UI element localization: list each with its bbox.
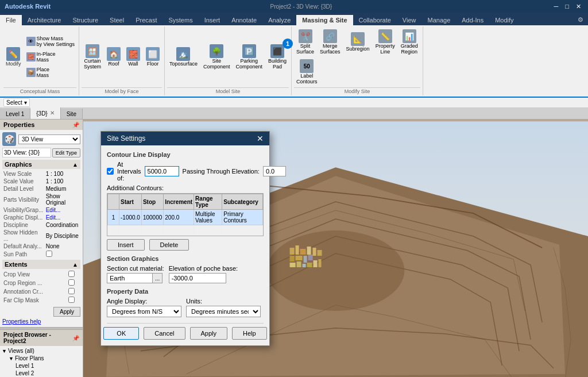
dialog-title-bar[interactable]: Site Settings ✕ [101,132,269,145]
btn-place-mass[interactable]: 📦 PlaceMass [25,65,76,80]
sun-path-checkbox[interactable] [46,251,52,257]
btn-parking-component[interactable]: 🅿️ ParkingComponent [233,43,265,71]
options-btn[interactable]: ⚙ [573,14,588,25]
tab-site[interactable]: Site [61,109,83,119]
svg-rect-11 [308,255,313,260]
delete-btn[interactable]: Delete [149,239,189,251]
properties-table: View Scale 1 : 100 Scale Value 1 : 100 D… [2,170,80,259]
contour-section-header: Contour Line Display [107,151,264,158]
annotation-cr-checkbox[interactable] [68,288,75,294]
btn-wall[interactable]: 🧱 Wall [124,45,142,68]
btn-toposurface[interactable]: 🏔️ Toposurface [167,45,200,68]
elevation-label: Elevation of poche base: [169,265,238,272]
group-label-conceptual-mass: Conceptual Mass [3,87,76,94]
property-data-section: Property Data Angle Display: Degrees fro… [107,288,264,317]
tab-systems[interactable]: Systems [163,15,198,25]
at-intervals-checkbox[interactable] [107,168,114,175]
ok-btn[interactable]: OK [103,327,139,340]
ribbon-content: ✏️ Modify 👁 Show Massby View Settings 🧱 … [0,25,588,98]
number-badge-1: 1 [283,39,293,49]
crop-region-checkbox[interactable] [68,279,75,286]
pb-floor-plan-level1[interactable]: Level 1 [15,362,82,370]
pb-views-all[interactable]: ▼ Views (all) ▼ Floor Plans Level 1 Leve… [1,347,82,377]
properties-pin[interactable]: 📌 [72,122,79,128]
tab-architecture[interactable]: Architecture [22,15,67,25]
edit-type-btn[interactable]: Edit Type [52,148,80,157]
at-intervals-label: At Intervals of: [117,161,141,182]
group-label-model-site: Model Site [167,87,289,94]
pb-pin[interactable]: 📌 [72,335,79,341]
elevation-input[interactable] [169,273,226,283]
tab-file[interactable]: File [0,15,22,25]
properties-help-link[interactable]: Properties help [2,318,41,325]
svg-rect-14 [290,263,296,267]
project-browser-header: Project Browser - Project2 📌 [0,330,83,346]
dialog-footer: OK Cancel Apply Help [107,323,264,340]
btn-show-mass[interactable]: 👁 Show Massby View Settings [25,34,76,49]
close-tab-3d[interactable]: ✕ [50,110,55,116]
insert-btn[interactable]: Insert [107,239,145,251]
pb-floor-plans[interactable]: ▼ Floor Plans Level 1 Level 2 Site [8,355,82,377]
far-clip-checkbox[interactable] [68,297,75,303]
at-intervals-input[interactable] [145,166,179,176]
viewport[interactable]: Site Settings ✕ Contour Line Display At … [83,120,588,377]
dialog-title: Site Settings [107,134,145,143]
btn-building-pad[interactable]: ⬛ BuildingPad 1 [266,43,289,71]
tab-precast[interactable]: Precast [130,15,163,25]
tab-annotate[interactable]: Annotate [226,15,262,25]
properties-panel: Properties 📌 🎲 3D View 3D View: {3D} Edi… [0,120,83,327]
btn-label-contours[interactable]: 50 LabelContours [294,57,320,86]
tab-steel[interactable]: Steel [104,15,130,25]
view-type-dropdown[interactable]: 3D View [18,134,80,144]
btn-split-surface[interactable]: ✂️ SplitSurface [294,28,316,56]
project-browser-body[interactable]: ▼ Views (all) ▼ Floor Plans Level 1 Leve… [0,346,83,377]
svg-rect-7 [307,247,311,255]
apply-dialog-btn[interactable]: Apply [190,327,228,340]
btn-in-place-mass[interactable]: 🧱 In-PlaceMass [25,49,76,64]
contour-row-1[interactable]: 1 -1000.0 100000 200.0 Multiple Values P… [108,210,263,225]
cut-material-input[interactable] [107,273,153,283]
tab-insert[interactable]: Insert [199,15,226,25]
btn-roof[interactable]: 🏠 Roof [105,45,123,68]
tab-view[interactable]: View [397,15,422,25]
dialog-close-btn[interactable]: ✕ [257,134,264,143]
svg-rect-10 [304,256,307,263]
units-select[interactable]: Degrees minutes seconds Decimal Degrees [186,306,261,317]
apply-btn[interactable]: Apply [53,307,80,317]
angle-display-select[interactable]: Degrees from N/S Degrees from E/W Decima… [107,306,181,317]
extents-section: Extents ▲ Crop View Crop Region ... [2,260,80,305]
btn-site-component[interactable]: 🌳 SiteComponent [201,43,233,71]
close-btn[interactable]: ✕ [574,3,583,10]
maximize-btn[interactable]: □ [563,3,571,10]
minimize-btn[interactable]: ─ [552,3,561,10]
tab-3d[interactable]: {3D} ✕ [30,107,60,119]
pb-floor-plan-level2[interactable]: Level 2 [15,370,82,377]
tab-modify[interactable]: Modify [489,15,519,25]
passing-through-input[interactable] [263,166,286,176]
btn-merge-surfaces[interactable]: 🔗 MergeSurfaces [318,28,343,56]
cut-material-browse-btn[interactable]: ... [153,273,163,283]
cancel-btn[interactable]: Cancel [144,327,185,340]
graphics-section-label: Graphics [5,161,32,168]
tab-add-ins[interactable]: Add-Ins [456,15,489,25]
crop-view-checkbox[interactable] [68,271,75,277]
tab-analyze[interactable]: Analyze [262,15,296,25]
btn-modify[interactable]: ✏️ Modify [3,45,24,68]
svg-rect-4 [290,248,295,255]
prop-row-graphic-disp: Graphic Displ... Edit... [2,214,80,221]
tab-level-1[interactable]: Level 1 [0,109,30,119]
tab-manage[interactable]: Manage [422,15,457,25]
btn-graded-region[interactable]: 📊 GradedRegion [399,28,420,56]
btn-subregion[interactable]: 📐 Subregion [344,30,372,53]
tab-collaborate[interactable]: Collaborate [353,15,397,25]
select-bar: Select ▾ [0,98,588,108]
tab-structure[interactable]: Structure [67,15,104,25]
btn-floor[interactable]: ⬜ Floor [144,45,162,68]
project-browser: Project Browser - Project2 📌 ▼ Views (al… [0,330,83,377]
contour-row-empty[interactable] [108,225,263,236]
help-btn[interactable]: Help [232,327,267,340]
btn-property-line[interactable]: 📏 PropertyLine [373,28,397,56]
btn-curtain-system[interactable]: 🪟 CurtainSystem [82,43,103,71]
tab-massing-site[interactable]: Massing & Site [296,15,353,25]
select-dropdown[interactable]: Select ▾ [3,98,30,107]
